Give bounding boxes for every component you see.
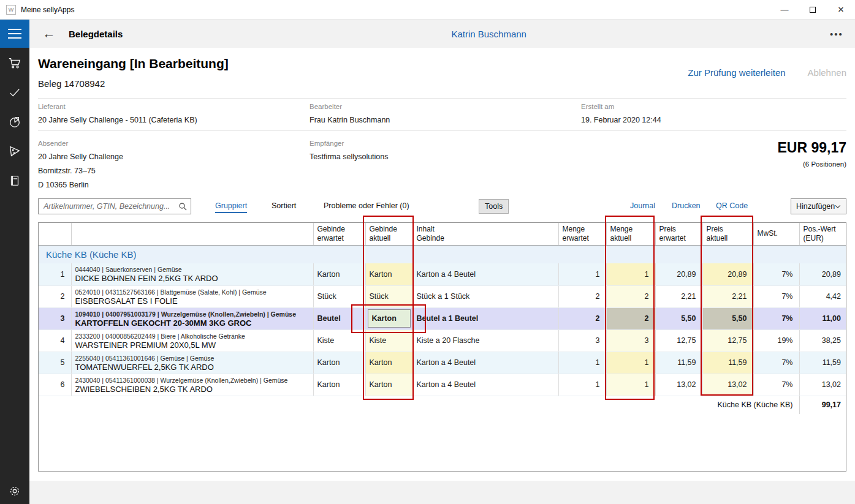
cell-gebinde-erwartet: Karton [313,374,365,396]
field-absender: Absender 20 Jahre Selly Challenge Bornit… [38,140,123,189]
search-input[interactable] [39,202,175,211]
col-preis-erwartet[interactable]: Preiserwartet [655,223,702,245]
cell-preis-erwartet: 13,02 [655,374,702,396]
table-row[interactable]: 20524010 | 04311527563166 | Blattgemüse … [39,285,846,307]
maximize-icon[interactable] [799,0,827,19]
col-article[interactable] [71,223,313,245]
cell-row-number: 6 [39,374,71,396]
cell-menge-erwartet: 1 [558,352,606,374]
article-name: TOMATENWUERFEL 2,5KG TK ARDO [75,363,310,372]
cell-preis-aktuell[interactable]: 12,75 [702,329,753,352]
close-icon[interactable]: × [827,0,855,19]
journal-link[interactable]: Journal [630,201,655,210]
cell-preis-aktuell[interactable]: 11,59 [702,352,753,374]
cell-menge-aktuell[interactable]: 1 [606,263,655,285]
toggle-grouped[interactable]: Gruppiert [215,201,247,213]
hamburger-menu-icon[interactable] [0,20,29,48]
cell-menge-aktuell[interactable]: 1 [606,374,655,396]
tools-button[interactable]: Tools [479,199,509,214]
window-titlebar: W Meine sellyApps — × [0,0,855,20]
article-name: WARSTEINER PREMIUM 20X0,5L MW [75,340,310,350]
table-toolbar: Gruppiert Sortiert Probleme oder Fehler … [29,198,855,216]
check-icon[interactable] [7,85,22,100]
cell-gebinde-aktuell[interactable]: Kiste [365,329,412,352]
article-meta: 0444040 | Sauerkonserven | Gemüse [75,266,310,274]
table-row[interactable]: 62430040 | 05411361000038 | Wurzelgemüse… [39,374,846,396]
cell-preis-aktuell[interactable]: 2,21 [702,285,753,307]
cart-icon[interactable] [7,56,22,70]
cell-mwst: 7% [753,285,799,307]
qr-code-link[interactable]: QR Code [716,201,748,210]
field-bearbeiter: Bearbeiter Frau Katrin Buschmann [310,103,390,124]
back-arrow-icon[interactable]: ← [34,26,64,41]
article-name: EISBERGSALAT ES I FOLIE [75,296,310,306]
pie-chart-icon[interactable] [7,115,22,129]
cell-gebinde-aktuell[interactable]: Karton [365,307,412,329]
col-gebinde-aktuell[interactable]: Gebindeaktuell [365,223,412,245]
cell-menge-aktuell[interactable]: 1 [606,352,655,374]
cell-preis-erwartet: 12,75 [655,329,702,352]
cell-inhalt-gebinde: Karton a 4 Beutel [412,352,558,374]
cell-preis-aktuell[interactable]: 5,50 [702,307,753,329]
window-title: Meine sellyApps [21,6,74,14]
problems-filter[interactable]: Probleme oder Fehler (0) [324,201,409,210]
reject-button[interactable]: Ablehnen [808,67,846,78]
cell-inhalt-gebinde: Kiste a 20 Flasche [412,329,558,352]
cell-preis-aktuell[interactable]: 13,02 [702,374,753,396]
cell-pos-wert: 38,25 [799,329,846,352]
divider [38,130,846,131]
cell-menge-erwartet: 1 [558,374,606,396]
cell-article[interactable]: 2430040 | 05411361000038 | Wurzelgemüse … [71,374,313,396]
cell-gebinde-aktuell[interactable]: Karton [365,374,412,396]
col-pos-wert[interactable]: Pos.-Wert(EUR) [799,223,846,245]
col-num[interactable] [39,223,71,245]
current-user[interactable]: Katrin Buschmann [123,29,818,39]
cell-menge-erwartet: 1 [558,263,606,285]
col-mwst[interactable]: MwSt. [753,223,799,245]
cell-article[interactable]: 0444040 | Sauerkonserven | GemüseDICKE B… [71,263,313,285]
col-inhalt-gebinde[interactable]: InhaltGebinde [412,223,558,245]
print-link[interactable]: Drucken [672,201,701,210]
table-row[interactable]: 52255040 | 05411361001646 | Gemüse | Gem… [39,352,846,374]
cell-gebinde-aktuell[interactable]: Karton [365,263,412,285]
add-button[interactable]: Hinzufügen [791,198,846,214]
table-row[interactable]: 31094010 | 04007951003179 | Wurzelgemüse… [39,307,846,329]
cell-menge-aktuell[interactable]: 2 [606,307,655,329]
cell-article[interactable]: 2333200 | 04000856202449 | Biere | Alkoh… [71,329,313,352]
search-icon[interactable] [175,202,191,211]
cell-gebinde-aktuell[interactable]: Stück [365,285,412,307]
cell-menge-erwartet: 2 [558,307,606,329]
book-icon[interactable] [7,173,22,188]
cell-article[interactable]: 2255040 | 05411361001646 | Gemüse | Gemü… [71,352,313,374]
cell-pos-wert: 4,42 [799,285,846,307]
table-row[interactable]: 42333200 | 04000856202449 | Biere | Alko… [39,329,846,352]
cell-article[interactable]: 1094010 | 04007951003179 | Wurzelgemüse … [71,307,313,329]
article-meta: 2430040 | 05411361000038 | Wurzelgemüse … [75,377,310,385]
col-menge-erwartet[interactable]: Mengeerwartet [558,223,606,245]
table-row[interactable]: 10444040 | Sauerkonserven | GemüseDICKE … [39,263,846,285]
minimize-icon[interactable]: — [770,0,799,19]
app-header: ← Belegdetails Katrin Buschmann ••• [0,20,855,48]
cell-preis-erwartet: 5,50 [655,307,702,329]
col-menge-aktuell[interactable]: Mengeaktuell [606,223,655,245]
edited-gebinde-input[interactable]: Karton [368,309,411,328]
sidebar [0,48,29,504]
forward-for-review-button[interactable]: Zur Prüfung weiterleiten [688,67,785,78]
cell-gebinde-aktuell[interactable]: Karton [365,352,412,374]
group-header-row[interactable]: Küche KB (Küche KB) [39,245,846,263]
document-title: Wareneingang [In Bearbeitung] [38,56,229,71]
gear-icon[interactable] [0,484,29,498]
cell-row-number: 1 [39,263,71,285]
cell-inhalt-gebinde: Stück a 1 Stück [412,285,558,307]
cell-menge-aktuell[interactable]: 2 [606,285,655,307]
cell-menge-aktuell[interactable]: 3 [606,329,655,352]
col-gebinde-erwartet[interactable]: Gebindeerwartet [313,223,365,245]
cell-preis-erwartet: 20,89 [655,263,702,285]
toggle-sorted[interactable]: Sortiert [272,201,296,210]
cell-article[interactable]: 0524010 | 04311527563166 | Blattgemüse (… [71,285,313,307]
main-content: Wareneingang [In Bearbeitung] Beleg 1470… [29,48,855,481]
cell-preis-aktuell[interactable]: 20,89 [702,263,753,285]
pizza-icon[interactable] [7,144,22,159]
col-preis-aktuell[interactable]: Preisaktuell [702,223,753,245]
more-options-icon[interactable]: ••• [818,29,855,39]
